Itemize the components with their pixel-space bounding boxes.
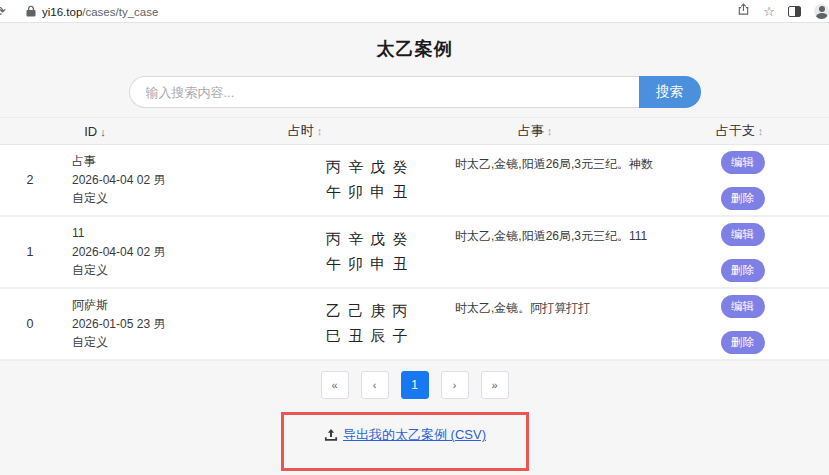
page-number-button[interactable]: 1 [401,371,429,399]
case-type: 自定义 [72,261,280,280]
sort-both-icon: ↕ [317,125,323,137]
row-description: 时太乙,金镜,阳遁26局,3元三纪。111 [455,217,700,245]
ganzhi-branches: 午 卯 申 丑 [280,180,455,205]
case-name: 占事 [72,152,280,171]
table-row: 2 占事 2026-04-04 02 男 自定义 丙 辛 戊 癸 午 卯 申 丑… [0,145,829,217]
delete-button[interactable]: 删除 [721,187,765,210]
case-name: 阿萨斯 [72,296,280,315]
column-label: 占时 [288,123,314,138]
case-datetime: 2026-04-04 02 男 [72,171,280,190]
column-label: ID [84,124,97,139]
edit-button[interactable]: 编辑 [721,223,765,246]
export-csv-link[interactable]: 导出我的太乙案例 (CSV) [324,426,486,444]
column-header-ganzhi[interactable]: 占干支↕ [650,122,829,140]
row-id: 1 [0,245,60,259]
share-icon[interactable] [737,2,750,20]
row-detail: 占事 2026-04-04 02 男 自定义 [60,152,280,208]
pagination: « ‹ 1 › » [0,371,829,399]
table-row: 0 阿萨斯 2026-01-05 23 男 自定义 乙 己 庚 丙 巳 丑 辰 … [0,289,829,361]
case-name: 11 [72,224,280,243]
ganzhi-branches: 巳 丑 辰 子 [280,324,455,349]
column-header-zhanshi-time[interactable]: 占时↕ [190,122,420,140]
table-header-row: ID↓ 占时↕ 占事↕ 占干支↕ [0,117,829,145]
row-ganzhi: 乙 己 庚 丙 巳 丑 辰 子 [280,299,455,349]
row-description: 时太乙,金镜。阿打算打打 [455,289,700,317]
row-ganzhi: 丙 辛 戊 癸 午 卯 申 丑 [280,227,455,277]
ganzhi-stems: 乙 己 庚 丙 [280,299,455,324]
bookmark-star-icon[interactable]: ☆ [763,4,775,19]
search-bar: 搜索 [129,76,701,108]
column-header-id[interactable]: ID↓ [0,124,190,139]
page-next-button[interactable]: › [441,371,469,399]
row-actions: 编辑 删除 [700,151,829,210]
row-ganzhi: 丙 辛 戊 癸 午 卯 申 丑 [280,155,455,205]
column-header-zhanshi-matter[interactable]: 占事↕ [420,122,650,140]
sort-both-icon: ↕ [547,125,553,137]
ganzhi-stems: 丙 辛 戊 癸 [280,227,455,252]
url-host: yi16.top [42,6,82,18]
case-datetime: 2026-04-04 02 男 [72,243,280,262]
row-id: 2 [0,173,60,187]
lock-icon [26,5,36,17]
url-path: /cases/ty_case [82,6,158,18]
sort-both-icon: ↕ [758,125,764,137]
page-last-button[interactable]: » [481,371,509,399]
case-type: 自定义 [72,189,280,208]
case-type: 自定义 [72,333,280,352]
page-title: 太乙案例 [0,37,829,61]
case-datetime: 2026-01-05 23 男 [72,315,280,334]
column-label: 占事 [518,123,544,138]
annotation-box: 导出我的太乙案例 (CSV) [281,412,529,471]
delete-button[interactable]: 删除 [721,331,765,354]
profile-avatar[interactable] [814,4,829,19]
row-detail: 阿萨斯 2026-01-05 23 男 自定义 [60,296,280,352]
reload-icon[interactable]: ⟳ [0,3,12,19]
row-actions: 编辑 删除 [700,295,829,354]
delete-button[interactable]: 删除 [721,259,765,282]
table-row: 1 11 2026-04-04 02 男 自定义 丙 辛 戊 癸 午 卯 申 丑… [0,217,829,289]
row-description: 时太乙,金镜,阳遁26局,3元三纪。神数 [455,145,700,173]
address-bar[interactable]: yi16.top/cases/ty_case [26,2,737,20]
edit-button[interactable]: 编辑 [721,295,765,318]
export-upload-icon [324,429,338,442]
row-id: 0 [0,317,60,331]
ganzhi-branches: 午 卯 申 丑 [280,252,455,277]
row-detail: 11 2026-04-04 02 男 自定义 [60,224,280,280]
edit-button[interactable]: 编辑 [721,151,765,174]
export-link-label: 导出我的太乙案例 (CSV) [343,426,486,444]
ganzhi-stems: 丙 辛 戊 癸 [280,155,455,180]
search-button[interactable]: 搜索 [639,76,701,108]
page-first-button[interactable]: « [321,371,349,399]
page-prev-button[interactable]: ‹ [361,371,389,399]
row-actions: 编辑 删除 [700,223,829,282]
side-panel-icon[interactable] [788,6,801,17]
sort-desc-icon: ↓ [100,126,106,138]
browser-toolbar: ⟳ yi16.top/cases/ty_case ☆ [0,0,829,23]
column-label: 占干支 [716,123,755,138]
search-input[interactable] [129,76,639,108]
